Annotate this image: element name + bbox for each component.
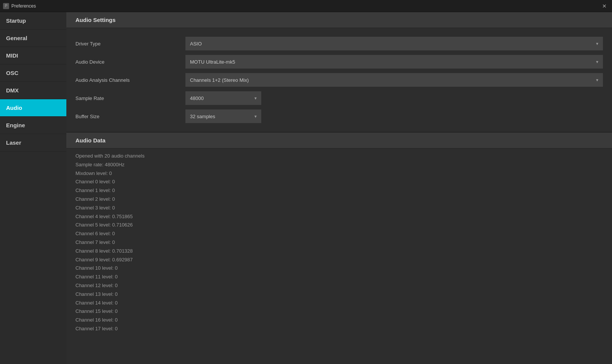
sample-rate-label: Sample Rate: [75, 95, 185, 101]
audio-data-line: Channel 15 level: 0: [75, 308, 603, 316]
audio-data-line: Channel 9 level: 0.692987: [75, 256, 603, 264]
title-bar-left: P Preferences: [3, 3, 36, 9]
driver-type-dropdown-wrapper: ASIO WASAPI DirectSound: [185, 37, 603, 50]
sample-rate-dropdown-wrapper: 44100 48000 96000: [185, 91, 261, 105]
audio-data-line: Channel 14 level: 0: [75, 299, 603, 307]
audio-data-line: Channel 13 level: 0: [75, 291, 603, 298]
audio-data-line: Channel 16 level: 0: [75, 316, 603, 324]
audio-settings-header: Audio Settings: [66, 12, 612, 28]
title-bar: P Preferences ✕: [0, 0, 612, 12]
audio-data-line: Channel 11 level: 0: [75, 273, 603, 281]
sidebar-item-midi[interactable]: MIDI: [0, 47, 66, 64]
sidebar-item-general[interactable]: General: [0, 30, 66, 47]
sidebar-item-osc[interactable]: OSC: [0, 64, 66, 82]
buffer-size-select[interactable]: 32 samples 64 samples 128 samples 256 sa…: [185, 109, 261, 123]
audio-analysis-channels-dropdown-wrapper: Channels 1+2 (Stereo Mix) Channel 1 Chan…: [185, 73, 603, 87]
settings-area: Driver Type ASIO WASAPI DirectSound Audi…: [66, 28, 612, 132]
audio-data-line: Channel 3 level: 0: [75, 204, 603, 212]
audio-data-line: Sample rate: 48000Hz: [75, 161, 603, 169]
audio-analysis-channels-control: Channels 1+2 (Stereo Mix) Channel 1 Chan…: [185, 73, 603, 87]
audio-data-line: Channel 2 level: 0: [75, 195, 603, 203]
audio-device-label: Audio Device: [75, 59, 185, 65]
buffer-size-row: Buffer Size 32 samples 64 samples 128 sa…: [75, 108, 603, 124]
buffer-size-control: 32 samples 64 samples 128 samples 256 sa…: [185, 109, 603, 123]
audio-device-dropdown-wrapper: MOTU UltraLite-mk5: [185, 55, 603, 69]
sidebar: Startup General MIDI OSC DMX Audio Engin…: [0, 12, 66, 364]
audio-data-header: Audio Data: [66, 132, 612, 148]
audio-data-line: Channel 0 level: 0: [75, 178, 603, 186]
driver-type-select[interactable]: ASIO WASAPI DirectSound: [185, 37, 603, 50]
main-content: Audio Settings Driver Type ASIO WASAPI D…: [66, 12, 612, 364]
audio-analysis-channels-select[interactable]: Channels 1+2 (Stereo Mix) Channel 1 Chan…: [185, 73, 603, 87]
audio-data-line: Opened with 20 audio channels: [75, 152, 603, 160]
app-icon: P: [3, 3, 9, 9]
audio-device-row: Audio Device MOTU UltraLite-mk5: [75, 54, 603, 70]
close-button[interactable]: ✕: [600, 2, 609, 11]
audio-data-line: Mixdown level: 0: [75, 170, 603, 178]
sample-rate-row: Sample Rate 44100 48000 96000: [75, 90, 603, 106]
sample-rate-select[interactable]: 44100 48000 96000: [185, 91, 261, 105]
title-bar-title: Preferences: [11, 3, 36, 9]
audio-analysis-channels-row: Audio Analysis Channels Channels 1+2 (St…: [75, 72, 603, 88]
audio-device-select[interactable]: MOTU UltraLite-mk5: [185, 55, 603, 69]
driver-type-control: ASIO WASAPI DirectSound: [185, 37, 603, 50]
audio-data-line: Channel 1 level: 0: [75, 187, 603, 195]
driver-type-label: Driver Type: [75, 41, 185, 47]
app-body: Startup General MIDI OSC DMX Audio Engin…: [0, 12, 612, 364]
audio-data-line: Channel 6 level: 0: [75, 230, 603, 238]
audio-data-line: Channel 5 level: 0.710626: [75, 221, 603, 229]
driver-type-row: Driver Type ASIO WASAPI DirectSound: [75, 36, 603, 52]
sidebar-item-dmx[interactable]: DMX: [0, 82, 66, 99]
audio-data-line: Channel 7 level: 0: [75, 239, 603, 247]
audio-analysis-channels-label: Audio Analysis Channels: [75, 77, 185, 83]
audio-data-content: Opened with 20 audio channelsSample rate…: [66, 148, 612, 337]
audio-data-line: Channel 17 level: 0: [75, 325, 603, 333]
audio-device-control: MOTU UltraLite-mk5: [185, 55, 603, 69]
audio-data-line: Channel 12 level: 0: [75, 282, 603, 290]
buffer-size-label: Buffer Size: [75, 114, 185, 119]
sidebar-item-audio[interactable]: Audio: [0, 99, 66, 117]
sample-rate-control: 44100 48000 96000: [185, 91, 603, 105]
audio-data-section: Audio Data Opened with 20 audio channels…: [66, 132, 612, 337]
audio-data-line: Channel 8 level: 0.701328: [75, 247, 603, 255]
sidebar-item-startup[interactable]: Startup: [0, 12, 66, 30]
sidebar-item-engine[interactable]: Engine: [0, 117, 66, 134]
buffer-size-dropdown-wrapper: 32 samples 64 samples 128 samples 256 sa…: [185, 109, 261, 123]
audio-data-line: Channel 10 level: 0: [75, 264, 603, 272]
sidebar-item-laser[interactable]: Laser: [0, 134, 66, 152]
audio-data-line: Channel 4 level: 0.751865: [75, 213, 603, 221]
